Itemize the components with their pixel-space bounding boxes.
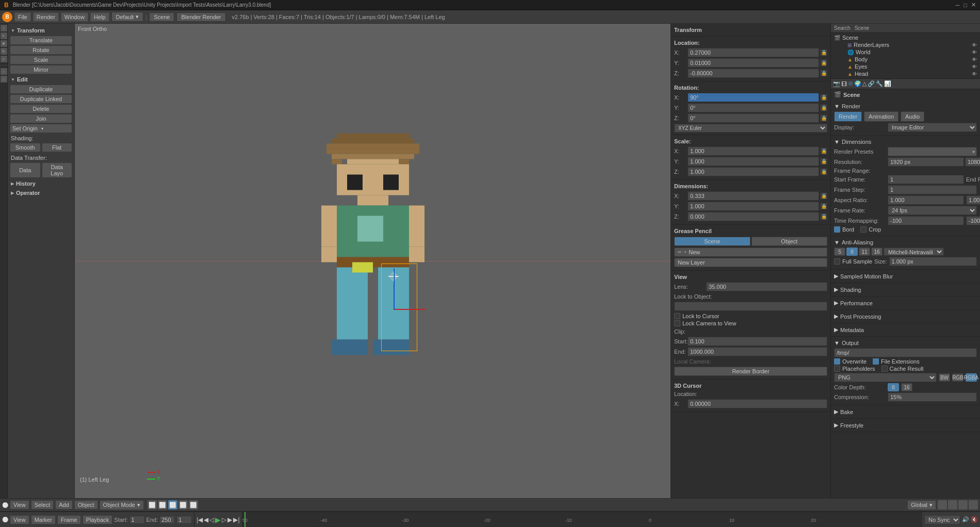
loc-z-input[interactable] (688, 69, 819, 78)
object-settings-icon[interactable]: △ (862, 80, 867, 87)
freestyle-title[interactable]: ▶ Freestyle (834, 421, 977, 430)
cache-result-cb[interactable] (881, 366, 888, 372)
select-menu-btn[interactable]: Select (31, 500, 54, 509)
dim-z-lock[interactable]: 🔒 (820, 213, 827, 220)
shading-title[interactable]: ▶ Shading (834, 285, 977, 294)
dim-x-lock[interactable]: 🔒 (820, 192, 827, 200)
loc-x-input[interactable] (688, 48, 819, 57)
rot-x-input[interactable] (688, 93, 819, 102)
head-item[interactable]: ▲ Head 👁 (833, 70, 978, 77)
data-btn[interactable]: Data (10, 162, 41, 178)
viewport-icon-1[interactable]: ⬜ (148, 500, 157, 509)
frame-step-input[interactable] (888, 185, 977, 194)
rgba-btn[interactable]: RGBA (966, 373, 977, 382)
menu-render[interactable]: Render (33, 12, 59, 22)
rot-z-input[interactable] (688, 113, 819, 123)
rot-y-input[interactable] (688, 103, 819, 112)
scale-x-input[interactable] (688, 146, 819, 156)
cd-8-btn[interactable]: 8 (888, 383, 899, 391)
set-origin-dropdown[interactable]: Set Origin ▾ (10, 124, 72, 133)
dimensions-section-title[interactable]: ▼ Dimensions (834, 138, 977, 146)
scale-btn[interactable]: Scale (10, 55, 72, 64)
mute-icon[interactable]: 🔇 (971, 516, 978, 523)
smooth-btn[interactable]: Smooth (10, 143, 41, 152)
object-menu-btn[interactable]: Object (74, 500, 98, 509)
dim-y-lock[interactable]: 🔒 (820, 203, 827, 210)
aa-16-btn[interactable]: 16 (871, 248, 883, 256)
timeline-menu-icon[interactable]: ⚪ (2, 517, 8, 522)
dim-z-input[interactable] (688, 212, 819, 221)
body-eye[interactable]: 👁 (972, 57, 977, 62)
data-icon[interactable]: 📊 (884, 80, 891, 87)
aa-filter-select[interactable]: Mitchell-Netravaili (884, 248, 944, 256)
tool-scale[interactable]: ⤢ (1, 56, 7, 62)
next-frame-btn[interactable]: ▶ (227, 516, 232, 523)
skip-start-btn[interactable]: |◀ (197, 516, 203, 523)
render-layers-item[interactable]: ⊞ RenderLayers 👁 (833, 41, 978, 48)
render-presets-btn[interactable]: + (888, 147, 977, 156)
aa-8-btn[interactable]: 8 (846, 248, 858, 256)
display-select[interactable]: Image Editor (888, 123, 977, 132)
output-title[interactable]: ▼ Output (834, 339, 977, 347)
tool-grab[interactable]: ✥ (1, 40, 7, 47)
viewport-area[interactable]: Front Ortho (75, 24, 671, 498)
join-btn[interactable]: Join (10, 114, 72, 123)
world-eye[interactable]: 👁 (972, 50, 977, 55)
clip-start-input[interactable] (688, 337, 827, 346)
aa-5-btn[interactable]: 5 (834, 248, 845, 256)
eyes-item[interactable]: ▲ Eyes 👁 (833, 63, 978, 70)
scale-y-input[interactable] (688, 157, 819, 166)
menu-file[interactable]: File (14, 12, 31, 22)
eyes-eye[interactable]: 👁 (972, 64, 977, 70)
audio-tab-btn[interactable]: Audio (901, 111, 924, 122)
playback-btn[interactable]: Playback (83, 515, 113, 524)
duplicate-linked-btn[interactable]: Duplicate Linked (10, 94, 72, 104)
next-keyframe-btn[interactable]: ▷ (222, 516, 226, 523)
timeline-ruler[interactable]: -50 -40 -30 -20 -10 0 10 20 (242, 512, 923, 527)
aa-11-btn[interactable]: 11 (859, 248, 870, 256)
right-icon-1[interactable] (938, 500, 947, 509)
render-layers-eye[interactable]: 👁 (972, 42, 977, 48)
menu-help[interactable]: Help (90, 12, 109, 22)
loc-y-lock[interactable]: 🔒 (820, 59, 827, 67)
gp-scene-btn[interactable]: Scene (674, 237, 750, 246)
mirror-btn[interactable]: Mirror (10, 65, 72, 74)
audio-icon[interactable]: 🔊 (962, 516, 969, 523)
constraints-icon[interactable]: 🔗 (868, 80, 875, 87)
frame-btn[interactable]: Frame (57, 515, 81, 524)
euler-mode-select[interactable]: XYZ Euler (674, 124, 827, 133)
cursor-x-input[interactable] (688, 399, 827, 408)
overwrite-cb[interactable] (834, 358, 840, 365)
frame-input[interactable] (176, 516, 192, 524)
res-x-input[interactable] (888, 157, 964, 167)
aspect-x-input[interactable] (888, 195, 964, 205)
lock-to-cursor-cb[interactable] (674, 313, 680, 319)
motion-blur-title[interactable]: ▶ Sampled Motion Blur (834, 272, 977, 281)
lock-to-object-input[interactable] (674, 302, 827, 311)
loc-y-input[interactable] (688, 58, 819, 68)
bord-cb[interactable] (834, 226, 840, 233)
scene-select[interactable]: Scene (149, 12, 174, 22)
object-mode-select[interactable]: Object Mode ▾ (100, 500, 144, 510)
loc-z-lock[interactable]: 🔒 (820, 70, 827, 77)
frame-rate-select[interactable]: 24 fps (888, 206, 977, 215)
camera-icon[interactable]: 📷 (833, 80, 840, 87)
tool-rotate[interactable]: ↻ (1, 48, 7, 55)
minimize-btn[interactable]: ─ (956, 2, 960, 8)
render-settings-icon[interactable]: ⚙ (848, 80, 853, 87)
skip-end-btn[interactable]: ▶| (233, 516, 239, 523)
render-border-btn[interactable]: Render Border (674, 367, 827, 376)
cd-16-btn[interactable]: 16 (901, 383, 912, 391)
modifiers-icon[interactable]: 🔧 (876, 80, 883, 87)
tool-custom1[interactable]: ○ (1, 68, 7, 75)
aspect-y-input[interactable] (966, 195, 980, 205)
viewport-icon-5[interactable]: ⬜ (189, 500, 198, 509)
render-props-icon[interactable]: 🎞 (841, 81, 847, 87)
body-item[interactable]: ▲ Body 👁 (833, 56, 978, 63)
bw-btn[interactable]: BW (939, 373, 950, 382)
translate-btn[interactable]: Translate (10, 36, 72, 45)
scale-z-lock[interactable]: 🔒 (820, 168, 827, 175)
flat-btn[interactable]: Flat (42, 143, 73, 152)
view-menu-btn[interactable]: View (10, 500, 29, 509)
full-sample-cb[interactable] (834, 258, 840, 265)
